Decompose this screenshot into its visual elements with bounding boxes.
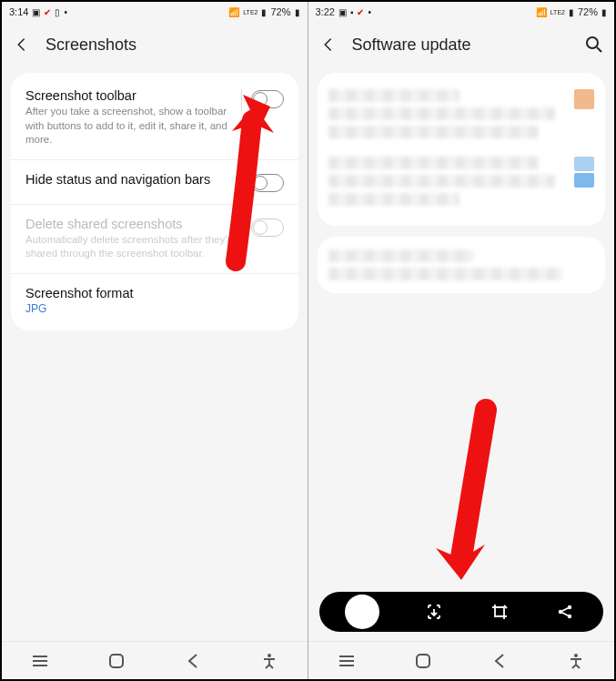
status-bar: 3:14 ▣ ✔ ▯ • 📶 LTE2 ▮ 72% ▮: [2, 2, 308, 22]
status-time: 3:22: [316, 6, 335, 17]
annotation-arrow: [427, 402, 509, 584]
scroll-capture-button[interactable]: [423, 601, 445, 623]
toggle-screenshot-toolbar[interactable]: [251, 90, 284, 108]
svg-rect-16: [417, 655, 429, 667]
setting-title: Screenshot toolbar: [25, 88, 240, 103]
screenshot-toolbar: [319, 592, 604, 632]
battery-icon: ▮: [601, 7, 607, 17]
blur-placeholder: [328, 107, 555, 120]
signal-icon: ▮: [569, 7, 574, 17]
nav-home[interactable]: [106, 651, 126, 671]
volte-icon: LTE2: [550, 9, 565, 15]
setting-title: Screenshot format: [25, 286, 273, 300]
blur-placeholder: [328, 268, 562, 280]
battery-icon: ▮: [295, 7, 300, 17]
nav-recents[interactable]: [337, 651, 357, 671]
svg-point-11: [568, 605, 571, 609]
setting-desc: Automatically delete screenshots after t…: [25, 233, 240, 261]
svg-point-12: [568, 615, 571, 618]
nav-accessibility[interactable]: [259, 651, 279, 671]
wifi-icon: 📶: [536, 7, 547, 17]
nav-accessibility[interactable]: [566, 651, 586, 671]
wifi-icon: 📶: [228, 7, 239, 17]
setting-title: Hide status and navigation bars: [25, 172, 240, 187]
blur-placeholder: [328, 175, 555, 188]
svg-point-6: [268, 654, 271, 657]
update-list-card: [318, 73, 606, 226]
page-title: Software update: [352, 36, 571, 55]
battery-pct: 72%: [578, 6, 598, 17]
blur-placeholder: [328, 193, 459, 206]
crop-edit-button[interactable]: [489, 601, 510, 623]
screenshot-thumbnail[interactable]: [345, 595, 379, 629]
back-button[interactable]: [13, 36, 31, 54]
setting-desc: After you take a screenshot, show a tool…: [25, 105, 240, 147]
battery-pct: 72%: [270, 6, 290, 17]
toggle-hide-bars[interactable]: [251, 174, 284, 192]
blur-placeholder: [328, 126, 539, 138]
app-bar: Screenshots: [2, 22, 308, 67]
settings-card: Screenshot toolbar After you take a scre…: [11, 73, 298, 330]
nav-bar: [308, 641, 615, 679]
svg-point-10: [559, 610, 562, 614]
share-button[interactable]: [554, 601, 576, 623]
svg-rect-5: [110, 655, 123, 667]
phone-right-software-update: 3:22 ▣ ▪ ✔ • 📶 LTE2 ▮ 72% ▮ Software upd…: [308, 2, 615, 679]
page-title: Screenshots: [45, 36, 297, 55]
blur-placeholder: [328, 157, 539, 169]
setting-delete-shared: Delete shared screenshots Automatically …: [11, 205, 298, 274]
svg-marker-9: [436, 544, 485, 580]
app-icon-placeholder: [574, 157, 594, 171]
nav-home[interactable]: [413, 651, 433, 671]
nav-bar: [2, 641, 308, 679]
search-button[interactable]: [585, 36, 603, 54]
nav-back[interactable]: [490, 651, 510, 671]
svg-line-8: [597, 47, 601, 52]
gallery-icon: ▣: [338, 7, 347, 17]
nav-recents[interactable]: [30, 651, 50, 671]
signal-icon: ▮: [261, 7, 267, 17]
setting-screenshot-toolbar[interactable]: Screenshot toolbar After you take a scre…: [11, 76, 298, 160]
update-list-card: [318, 237, 606, 293]
blur-placeholder: [328, 249, 475, 262]
blur-placeholder: [328, 89, 459, 102]
airtel-icon: ✔: [357, 7, 364, 17]
phone-left-screenshots-settings: 3:14 ▣ ✔ ▯ • 📶 LTE2 ▮ 72% ▮ Screenshots: [2, 2, 308, 679]
status-bar: 3:22 ▣ ▪ ✔ • 📶 LTE2 ▮ 72% ▮: [308, 2, 615, 22]
update-item[interactable]: [328, 80, 595, 147]
svg-point-17: [574, 654, 578, 657]
nav-back[interactable]: [183, 651, 203, 671]
toggle-delete-shared: [251, 219, 284, 237]
gallery-icon: ▣: [32, 7, 40, 17]
setting-screenshot-format[interactable]: Screenshot format JPG: [11, 274, 298, 327]
app-icon-placeholder: [574, 89, 594, 109]
update-item[interactable]: [328, 147, 595, 215]
setting-hide-bars[interactable]: Hide status and navigation bars: [11, 160, 298, 205]
status-time: 3:14: [9, 6, 28, 17]
app-bar: Software update: [308, 22, 615, 67]
setting-title: Delete shared screenshots: [25, 217, 240, 231]
setting-sub: JPG: [25, 302, 273, 315]
volte-icon: LTE2: [243, 9, 258, 15]
back-button[interactable]: [319, 36, 338, 54]
svg-point-7: [587, 37, 598, 48]
airtel-icon: ✔: [44, 7, 51, 17]
sim-icon: ▯: [55, 7, 60, 17]
message-icon: ▪: [350, 7, 354, 17]
app-icon-placeholder: [574, 173, 594, 188]
